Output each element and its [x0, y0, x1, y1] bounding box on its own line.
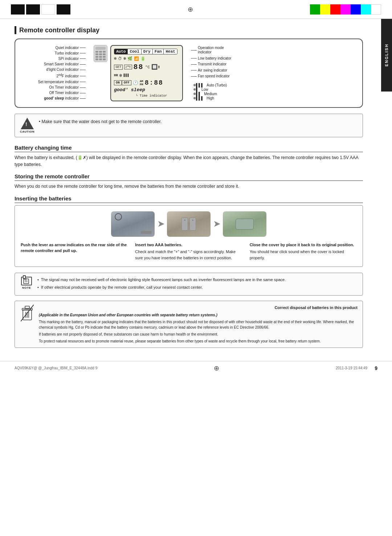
ann-set-temp: Set temperature indicator: [23, 80, 86, 84]
ann-operation-mode: Operation modeindicator: [191, 46, 250, 54]
arrow-2: ➤: [213, 219, 220, 229]
black-bar-4: [57, 4, 70, 15]
fan-speed-legend: ❄▌▌▌Auto (Turbo) ❄▌Low ❄▌▌Medium ❄▌▌▌Hig…: [191, 83, 250, 101]
lcd-temp-display: 88: [134, 63, 144, 71]
ann-dlight: d'light Cool indicator: [23, 68, 86, 72]
note-box: NOTE The signal may not be received well…: [15, 273, 363, 296]
remote-display-section-title: Remote controller display: [15, 26, 363, 34]
remote-body-illustration: [94, 45, 107, 62]
footer-right: 2011-3-19 15:44:49: [336, 366, 367, 370]
ann-line-spi: [80, 58, 86, 59]
ann-spi: SPi indicator: [23, 57, 86, 61]
annotations-left: Quiet indicator Turbo indicator SPi indi…: [23, 45, 88, 101]
lcd-on-off-buttons: ON OFF: [114, 80, 131, 85]
lcd-on-button: ON: [114, 80, 122, 85]
ann-line-off-timer: [80, 93, 86, 93]
storing-section-title: Storing the remote controller: [15, 173, 363, 181]
mode-tabs: Auto Cool Dry Fan Heat: [114, 49, 177, 54]
note-bullet-2: If other electrical products operate by …: [37, 284, 286, 291]
lcd-right-icons: 🔲⬆: [151, 64, 160, 70]
battery-icon-inline: 🔋✗: [77, 155, 86, 160]
lcd-set-box: SET: [114, 65, 123, 70]
arrow-1: ➤: [158, 219, 164, 229]
lcd-sleep-row: good' sleep: [114, 87, 179, 93]
storing-section-body: When you do not use the remote controlle…: [15, 183, 363, 190]
mode-tab-cool: Cool: [128, 49, 141, 54]
battery-steps-text: Push the lever as arrow indicates on the…: [21, 242, 357, 261]
batteries-box: ➤ + + ➤ Push the: [15, 205, 363, 267]
lcd-hr-row: HR ❄ ▌▌▌: [114, 73, 179, 78]
color-bar-yellow: [320, 4, 330, 15]
fan-speed-medium: ❄▌▌Medium: [193, 92, 250, 96]
lcd-off-button: OFF: [122, 80, 131, 85]
lcd-icon-battery: 🔋: [140, 56, 146, 61]
battery-step-3-body: You should hear click sound when the cov…: [250, 249, 357, 261]
disposal-title: Correct disposal of batteries in this pr…: [39, 305, 358, 311]
svg-rect-1: [25, 278, 26, 280]
color-bars: [310, 4, 381, 15]
fan-speed-low: ❄▌Low: [193, 88, 250, 92]
lcd-icons-row: ❄ ⏱ ❄ 🌿 📶 🔋: [114, 56, 179, 61]
caution-box: CAUTION • Make sure that the water does …: [15, 114, 363, 137]
battery-step-1-img: [111, 211, 155, 237]
caution-text: • Make sure that the water does not get …: [39, 118, 162, 124]
lcd-degree: °C: [145, 65, 150, 69]
ann-transmit: Transmit indicator: [191, 62, 250, 66]
caution-label: CAUTION: [20, 130, 34, 133]
ann-quiet: Quiet indicator: [23, 46, 86, 50]
lcd-clock-icon: 🕐: [133, 80, 138, 86]
color-bar-red: [330, 4, 340, 15]
bottom-bar: AQV09K&Y@ @_Jungfrau_IBIM_E_32448A.indd …: [0, 361, 392, 375]
lcd-icon-wifi: 📶: [134, 56, 139, 61]
ann-line-transmit: [191, 64, 197, 65]
color-bar-green: [310, 4, 320, 15]
battery-step-1-title: Push the lever as arrow indicates on the…: [21, 242, 128, 254]
caution-icon-wrap: CAUTION: [20, 118, 34, 133]
lcd-time-indicator-label: └ Time indicator: [114, 94, 179, 98]
disposal-para-2: If batteries are not properly disposed o…: [39, 332, 358, 337]
disposal-bin-icon: [21, 305, 34, 321]
fan-speed-high: ❄▌▌▌High: [193, 96, 250, 100]
battery-step-3-title: Close the cover by place it back to its …: [250, 242, 357, 248]
inserting-section-title: Inserting the batteries: [15, 195, 363, 203]
lcd-icon-timer: ⏱: [118, 56, 122, 61]
lcd-set-row: SET 2ndF 88 °C 🔲⬆: [114, 63, 179, 71]
ann-2ndf: 2ndF indicator: [23, 73, 86, 78]
ann-line-sleep: [80, 98, 86, 99]
ann-low-battery: Low battery indicator: [191, 56, 250, 61]
battery-section-body: When the battery is exhausted, (🔋✗) will…: [15, 154, 363, 168]
color-bar-cyan: [361, 4, 371, 15]
footer-right-group: 2011-3-19 15:44:49 9: [336, 365, 377, 371]
ann-off-timer: Off Timer indicator: [23, 91, 86, 95]
sidebar-english-label: ENGLISH: [381, 19, 392, 92]
lcd-icon-snowflake2: ❄: [123, 56, 126, 61]
note-text: The signal may not be received well of e…: [37, 277, 286, 292]
lcd-fan-bars: ▌▌▌: [124, 74, 130, 77]
battery-step-3-img: [223, 211, 266, 237]
title-bar-accent: [15, 26, 16, 34]
caution-triangle-icon: [21, 118, 34, 129]
lcd-mode-row: Auto Cool Dry Fan Heat: [114, 49, 179, 54]
note-document-icon: [23, 278, 30, 284]
lcd-ampm-label: AMPM: [140, 80, 143, 86]
black-bar-1: [11, 4, 25, 15]
lcd-hr-label: HR: [114, 74, 118, 77]
inserting-section: Inserting the batteries ➤ + +: [15, 195, 363, 267]
lcd-fan-icon: ❄: [119, 73, 122, 78]
ann-turbo: Turbo indicator: [23, 51, 86, 56]
remote-display-title: Remote controller display: [19, 27, 99, 34]
mode-tab-fan: Fan: [153, 49, 164, 54]
black-bar-2: [26, 4, 40, 15]
black-bar-3: [41, 4, 55, 15]
battery-images-row: ➤ + + ➤: [21, 211, 357, 237]
disposal-box: Correct disposal of batteries in this pr…: [15, 301, 363, 348]
ann-fan-speed: Fan speed indicator: [191, 74, 250, 78]
battery-section-title: Battery changing time: [15, 145, 363, 152]
lcd-panel: Auto Cool Dry Fan Heat ❄ ⏱ ❄ 🌿 📶: [110, 45, 183, 101]
note-label: NOTE: [22, 286, 31, 289]
battery-section: Battery changing time When the battery i…: [15, 145, 363, 168]
mode-tab-dry: Dry: [142, 49, 153, 54]
ann-sleep: good' sleep indicator: [23, 96, 86, 101]
disposal-text: Correct disposal of batteries in this pr…: [39, 305, 358, 344]
ann-air-swing: Air swing indicator: [191, 68, 250, 73]
